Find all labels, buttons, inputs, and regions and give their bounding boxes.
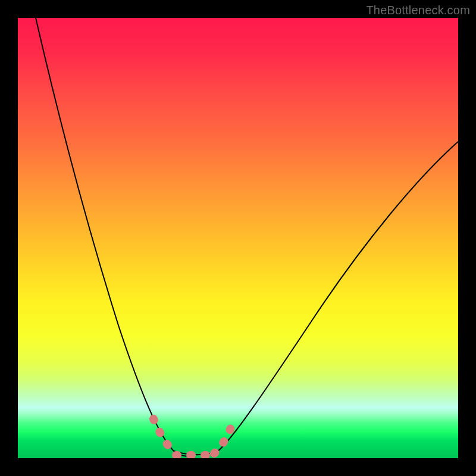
watermark-text: TheBottleneck.com bbox=[366, 4, 470, 17]
chart-svg bbox=[18, 18, 458, 458]
outer-frame: TheBottleneck.com bbox=[0, 0, 476, 476]
left-curve bbox=[36, 18, 190, 456]
plot-area bbox=[18, 18, 458, 458]
right-curve bbox=[217, 142, 458, 452]
